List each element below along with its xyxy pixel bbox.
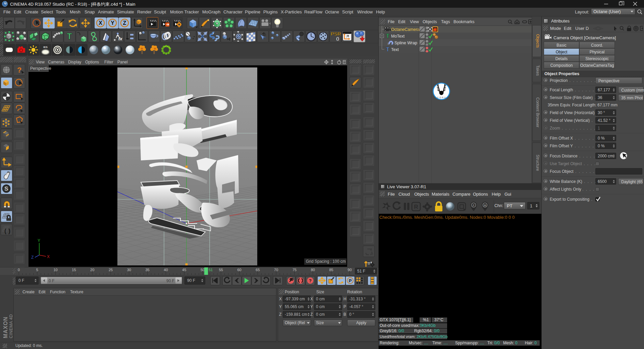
svg-text:X: X <box>47 254 50 259</box>
svg-text:70: 70 <box>274 268 278 272</box>
svg-text:IES: IES <box>43 46 48 49</box>
svg-text:F: F <box>473 204 475 207</box>
svg-text:R: R <box>414 204 418 210</box>
svg-text:75: 75 <box>292 268 297 272</box>
svg-text:P: P <box>349 278 352 283</box>
svg-text:15: 15 <box>72 268 76 272</box>
svg-text:T: T <box>386 33 389 39</box>
svg-text:35: 35 <box>145 268 149 272</box>
svg-text:行 走 的 云: 行 走 的 云 <box>437 96 446 99</box>
svg-text:10: 10 <box>53 268 57 272</box>
svg-text:Y: Y <box>111 20 114 26</box>
svg-text:5: 5 <box>36 268 38 272</box>
svg-text:Z: Z <box>31 255 34 260</box>
svg-text:T: T <box>386 47 389 52</box>
svg-text:Z: Z <box>123 20 126 26</box>
svg-text:60: 60 <box>237 268 241 272</box>
svg-text:?: ? <box>309 278 312 283</box>
svg-text:25: 25 <box>109 268 113 272</box>
svg-text:30: 30 <box>127 268 131 272</box>
svg-text:(: ( <box>4 228 6 234</box>
svg-text:M: M <box>484 204 486 207</box>
svg-text:S: S <box>4 186 8 192</box>
svg-text:0: 0 <box>336 36 339 42</box>
svg-text:T: T <box>67 31 72 41</box>
svg-text:20: 20 <box>90 268 94 272</box>
svg-text:50: 50 <box>201 268 205 272</box>
svg-text:90: 90 <box>347 268 352 272</box>
svg-text:65: 65 <box>256 268 260 272</box>
svg-text:X: X <box>99 20 102 26</box>
svg-text:45: 45 <box>182 268 186 272</box>
svg-text:fx: fx <box>118 36 122 41</box>
svg-text:0: 0 <box>18 268 20 272</box>
svg-text:55: 55 <box>219 268 223 272</box>
svg-text:40: 40 <box>164 268 168 272</box>
svg-text:Y: Y <box>38 238 40 243</box>
svg-text:?: ? <box>17 66 21 74</box>
svg-text:51: 51 <box>209 268 213 272</box>
svg-text:): ) <box>8 228 10 234</box>
svg-text:80: 80 <box>311 268 315 272</box>
svg-text:85: 85 <box>329 268 333 272</box>
